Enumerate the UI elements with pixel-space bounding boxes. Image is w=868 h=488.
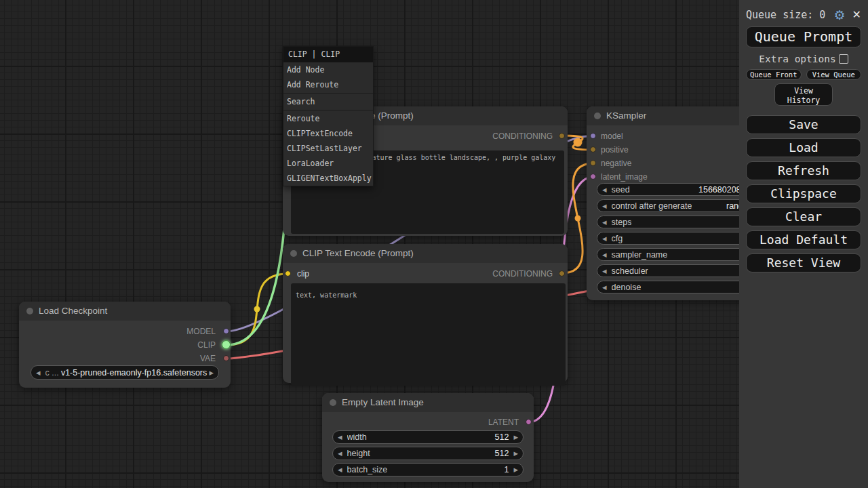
widget-ckpt-name[interactable]: ◀ c ... v1-5-pruned-emaonly-fp16.safeten… xyxy=(31,365,219,380)
output-label-vae: VAE xyxy=(19,352,216,365)
menu-item-gligentextboxapply[interactable]: GLIGENTextBoxApply xyxy=(283,171,373,186)
node-title[interactable]: Empty Latent Image xyxy=(322,393,534,412)
decrement-arrow-icon[interactable]: ◀ xyxy=(602,219,607,226)
output-port-conditioning[interactable] xyxy=(559,133,565,139)
input-label-positive: positive xyxy=(601,144,629,156)
increment-arrow-icon[interactable]: ▶ xyxy=(209,369,214,376)
widget-label: denoise xyxy=(612,283,642,292)
menu-item-clipsetlastlayer[interactable]: CLIPSetLastLayer xyxy=(283,141,373,156)
close-icon[interactable]: ✕ xyxy=(852,8,861,22)
decrement-arrow-icon[interactable]: ◀ xyxy=(602,268,607,274)
gear-icon[interactable]: ⚙ xyxy=(834,8,846,22)
widget-value: 1 xyxy=(505,465,509,474)
queue-prompt-button[interactable]: Queue Prompt xyxy=(746,26,861,47)
output-port-vae[interactable] xyxy=(223,355,229,361)
input-label-model: model xyxy=(601,130,623,142)
decrement-arrow-icon[interactable]: ◀ xyxy=(36,369,41,376)
widget-label: c ... xyxy=(45,368,59,378)
clipspace-button[interactable]: Clipspace xyxy=(746,184,861,203)
widget-label: scheduler xyxy=(612,266,648,276)
menu-separator xyxy=(283,110,373,110)
node-title[interactable]: Load Checkpoint xyxy=(19,302,231,321)
widget-label: steps xyxy=(612,218,632,227)
node-status-dot[interactable] xyxy=(290,250,297,257)
input-label-negative: negative xyxy=(601,157,631,169)
widget-label: sampler_name xyxy=(612,250,668,260)
widget-label: seed xyxy=(612,185,630,195)
input-port-clip[interactable] xyxy=(285,270,291,277)
output-label-conditioning: CONDITIONING xyxy=(283,268,553,280)
view-history-line1: View xyxy=(775,86,832,96)
widget-label: width xyxy=(347,432,367,442)
prompt-textarea[interactable]: text, watermark xyxy=(291,283,566,386)
context-menu: CLIP | CLIP Add Node Add Reroute Search … xyxy=(283,46,374,186)
input-port-latent-image[interactable] xyxy=(590,174,596,180)
extra-options-label: Extra options xyxy=(759,54,836,64)
widget-width[interactable]: ◀ width 512 ▶ xyxy=(332,430,524,444)
decrement-arrow-icon[interactable]: ◀ xyxy=(602,251,607,258)
node-load-checkpoint[interactable]: Load Checkpoint MODEL CLIP VAE ◀ c ... v… xyxy=(19,302,231,388)
link-midpoint-dot-clip[interactable] xyxy=(254,306,260,312)
view-history-button[interactable]: View History xyxy=(774,83,833,106)
decrement-arrow-icon[interactable]: ◀ xyxy=(602,186,607,193)
node-status-dot[interactable] xyxy=(26,308,33,314)
output-port-model[interactable] xyxy=(223,328,229,334)
menu-item-search[interactable]: Search xyxy=(283,94,373,109)
menu-item-cliptextencode[interactable]: CLIPTextEncode xyxy=(283,126,373,141)
clear-button[interactable]: Clear xyxy=(746,207,861,226)
queue-front-button[interactable]: Queue Front xyxy=(746,69,802,80)
decrement-arrow-icon[interactable]: ◀ xyxy=(602,284,607,291)
input-port-positive[interactable] xyxy=(590,146,596,152)
decrement-arrow-icon[interactable]: ◀ xyxy=(338,450,342,457)
context-menu-title: CLIP | CLIP xyxy=(283,47,373,62)
comfyui-window: CLIP Text Encode (Prompt) clip CONDITION… xyxy=(0,0,868,488)
menu-separator xyxy=(283,93,373,94)
node-empty-latent-image[interactable]: Empty Latent Image LATENT ◀ width 512 ▶ … xyxy=(322,393,534,482)
increment-arrow-icon[interactable]: ▶ xyxy=(513,434,518,441)
output-label-latent: LATENT xyxy=(322,416,519,428)
input-label-latent-image: latent_image xyxy=(601,171,648,183)
save-button[interactable]: Save xyxy=(746,115,861,134)
comfyui-menu-panel: Queue size: 0 ⚙ ✕ Queue Prompt Extra opt… xyxy=(739,0,868,488)
reset-view-button[interactable]: Reset View xyxy=(746,253,861,272)
widget-height[interactable]: ◀ height 512 ▶ xyxy=(332,447,524,460)
node-status-dot[interactable] xyxy=(594,113,601,119)
menu-item-loraloader[interactable]: LoraLoader xyxy=(283,156,373,171)
widget-value: 512 xyxy=(495,432,509,442)
output-port-conditioning[interactable] xyxy=(559,270,565,277)
refresh-button[interactable]: Refresh xyxy=(746,161,861,180)
output-port-clip-highlighted[interactable] xyxy=(222,340,231,349)
widget-value: v1-5-pruned-emaonly-fp16.safetensors xyxy=(59,368,210,378)
load-button[interactable]: Load xyxy=(746,138,861,157)
widget-value: 512 xyxy=(495,449,509,458)
increment-arrow-icon[interactable]: ▶ xyxy=(513,450,518,457)
node-title[interactable]: CLIP Text Encode (Prompt) xyxy=(283,244,568,263)
widget-batch-size[interactable]: ◀ batch_size 1 ▶ xyxy=(332,463,524,476)
increment-arrow-icon[interactable]: ▶ xyxy=(513,466,518,473)
view-history-line2: History xyxy=(775,96,832,105)
decrement-arrow-icon[interactable]: ◀ xyxy=(602,203,607,209)
output-port-latent[interactable] xyxy=(526,419,532,425)
widget-label: cfg xyxy=(612,234,623,243)
output-label-model: MODEL xyxy=(19,325,216,338)
widget-label: control after generate xyxy=(612,201,692,211)
extra-options-checkbox[interactable] xyxy=(839,54,848,64)
node-status-dot[interactable] xyxy=(330,399,336,406)
decrement-arrow-icon[interactable]: ◀ xyxy=(602,235,607,242)
queue-size-label: Queue size: 0 xyxy=(746,9,834,21)
node-clip-text-encode-negative[interactable]: CLIP Text Encode (Prompt) clip CONDITION… xyxy=(283,244,568,383)
input-port-negative[interactable] xyxy=(590,160,596,166)
widget-label: batch_size xyxy=(347,465,388,474)
menu-item-add-node[interactable]: Add Node xyxy=(283,62,373,77)
load-default-button[interactable]: Load Default xyxy=(746,230,861,249)
input-port-model[interactable] xyxy=(590,133,596,139)
decrement-arrow-icon[interactable]: ◀ xyxy=(338,434,342,441)
link-midpoint-dot-negative[interactable] xyxy=(575,216,581,222)
menu-item-reroute[interactable]: Reroute xyxy=(283,111,373,126)
menu-item-add-reroute[interactable]: Add Reroute xyxy=(283,77,373,92)
view-queue-button[interactable]: View Queue xyxy=(806,69,862,80)
link-midpoint-dot-positive[interactable] xyxy=(574,138,583,147)
widget-label: height xyxy=(347,449,370,458)
decrement-arrow-icon[interactable]: ◀ xyxy=(338,466,342,473)
output-label-clip: CLIP xyxy=(19,339,216,351)
